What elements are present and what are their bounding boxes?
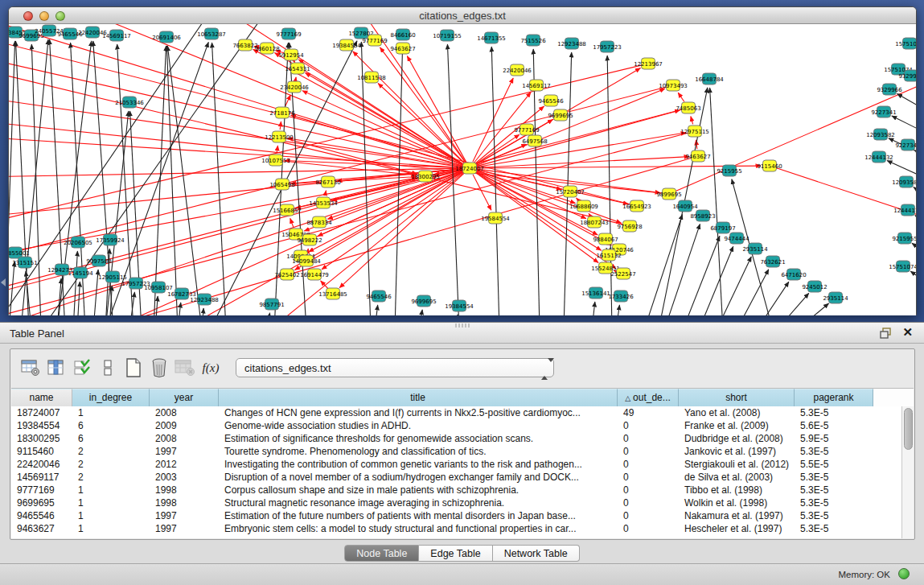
graph-node[interactable]: 6879197: [710, 222, 735, 233]
graph-node[interactable]: 6471620: [781, 269, 806, 280]
graph-node[interactable]: 7625402: [274, 269, 299, 280]
graph-node[interactable]: 8466160: [390, 29, 415, 40]
table-cell[interactable]: 2008: [150, 432, 219, 445]
column-header-pagerank[interactable]: pagerank: [795, 389, 873, 406]
graph-node[interactable]: 12093582: [892, 176, 916, 187]
graph-edge[interactable]: [290, 218, 294, 227]
graph-node[interactable]: 9215955: [892, 233, 916, 244]
graph-node[interactable]: 2718176: [269, 107, 295, 118]
table-cell[interactable]: 9777169: [11, 484, 72, 496]
graph-edge[interactable]: [21, 39, 48, 315]
graph-edge[interactable]: [475, 134, 519, 164]
table-row[interactable]: 946362711997Embryonic stem cells: a mode…: [11, 522, 901, 535]
graph-edge[interactable]: [897, 93, 916, 124]
graph-node[interactable]: 12444132: [864, 151, 893, 163]
graph-node[interactable]: 16648784: [695, 73, 724, 84]
graph-edge[interactable]: [616, 305, 619, 315]
float-window-icon[interactable]: [880, 328, 892, 339]
table-panel-titlebar[interactable]: Table Panel ✕: [0, 323, 924, 344]
graph-edge[interactable]: [378, 83, 464, 163]
table-cell[interactable]: 2003: [150, 471, 219, 484]
graph-node[interactable]: 8878334: [306, 216, 332, 228]
graph-edge[interactable]: [178, 303, 181, 315]
table-cell[interactable]: 2: [72, 458, 150, 471]
graph-edge[interactable]: [910, 271, 916, 298]
table-cell[interactable]: 0: [618, 445, 679, 458]
graph-edge[interactable]: [154, 46, 166, 315]
graph-edge[interactable]: [644, 214, 683, 315]
table-cell[interactable]: 1997: [150, 522, 219, 535]
table-selector-dropdown[interactable]: citations_edges.txt: [236, 358, 554, 377]
graph-edge[interactable]: [202, 308, 203, 315]
new-document-button[interactable]: [121, 355, 146, 381]
table-row[interactable]: 1456911722003Disruption of a novel membe…: [11, 471, 901, 484]
graph-node[interactable]: 1640954: [672, 200, 698, 212]
graph-node[interactable]: 8267130: [315, 176, 340, 187]
graph-node[interactable]: 15720407: [556, 186, 585, 197]
graph-node[interactable]: 16914479: [300, 269, 329, 280]
table-cell[interactable]: 22420046: [11, 458, 72, 471]
graph-edge[interactable]: [375, 305, 378, 315]
graph-node[interactable]: 9857791: [259, 299, 284, 310]
scrollbar-thumb[interactable]: [904, 408, 913, 450]
network-canvas[interactable]: 1938455496996952405572494655462242004614…: [9, 24, 916, 315]
table-cell[interactable]: Genome-wide association studies in ADHD.: [219, 419, 618, 432]
graph-node[interactable]: 9699695: [411, 295, 436, 307]
table-cell[interactable]: 1: [72, 406, 150, 419]
table-cell[interactable]: 9465546: [11, 509, 72, 522]
table-cell[interactable]: Embryonic stem cells: a model to study s…: [219, 522, 618, 535]
graph-node[interactable]: 12093582: [866, 129, 895, 140]
graph-node[interactable]: 10653287: [197, 28, 226, 39]
graph-edge[interactable]: [797, 303, 829, 315]
table-cell[interactable]: 5.3E-5: [795, 406, 873, 419]
close-panel-icon[interactable]: ✕: [902, 326, 913, 339]
column-header-in-degree[interactable]: in_degree: [72, 389, 150, 406]
graph-node[interactable]: 15136141: [581, 287, 610, 299]
graph-edge[interactable]: [419, 310, 422, 315]
graph-edge[interactable]: [592, 302, 595, 315]
graph-node[interactable]: 7485063: [676, 102, 700, 113]
graph-node[interactable]: 9329966: [877, 84, 902, 95]
vertical-scrollbar[interactable]: [901, 406, 914, 538]
graph-node[interactable]: 22420046: [503, 64, 532, 76]
graph-node[interactable]: 9463627: [685, 150, 710, 162]
table-cell[interactable]: 9463627: [11, 522, 72, 535]
table-cell[interactable]: 5.3E-5: [795, 509, 873, 522]
table-cell[interactable]: 2: [72, 445, 150, 458]
graph-node[interactable]: 2935114: [823, 292, 848, 303]
graph-node[interactable]: 14569117: [522, 80, 551, 91]
table-cell[interactable]: Investigating the contribution of common…: [219, 458, 618, 471]
table-cell[interactable]: 0: [618, 484, 679, 496]
table-cell[interactable]: 1: [72, 509, 150, 522]
graph-node[interactable]: 19584554: [481, 212, 510, 224]
graph-node[interactable]: 9465546: [538, 95, 564, 106]
table-cell[interactable]: 2: [72, 471, 150, 484]
table-cell[interactable]: Franke et al. (2009): [679, 419, 795, 432]
table-row[interactable]: 1938455462009Genome-wide association stu…: [11, 419, 901, 432]
table-row[interactable]: 946554611997Estimation of the future num…: [11, 509, 901, 522]
table-cell[interactable]: 5.3E-5: [795, 445, 873, 458]
graph-node[interactable]: 12923488: [557, 38, 586, 49]
table-cell[interactable]: Tourette syndrome. Phenomenology and cla…: [219, 445, 618, 458]
graph-edge[interactable]: [9, 41, 15, 315]
graph-node[interactable]: 9245012: [802, 281, 827, 292]
table-cell[interactable]: Tibbo et al. (1998): [679, 484, 795, 496]
graph-node[interactable]: 9097588: [86, 255, 111, 266]
column-header-out-de-[interactable]: △out_de...: [618, 389, 679, 406]
graph-edge[interactable]: [306, 73, 464, 165]
table-cell[interactable]: Wolkin et al. (1998): [679, 496, 795, 509]
graph-node[interactable]: 2935114: [742, 243, 768, 254]
table-cell[interactable]: 0: [618, 458, 679, 471]
table-cell[interactable]: de Silva et al. (2003): [679, 471, 795, 484]
graph-edge[interactable]: [321, 281, 328, 289]
table-cell[interactable]: Yano et al. (2008): [679, 406, 795, 419]
table-cell[interactable]: 2012: [150, 458, 219, 471]
graph-node[interactable]: 9463627: [390, 43, 415, 54]
table-cell[interactable]: 1997: [150, 445, 219, 458]
table-cell[interactable]: 18724007: [11, 406, 72, 419]
graph-node[interactable]: 9777169: [276, 28, 301, 39]
graph-node[interactable]: 10688609: [569, 200, 598, 212]
table-cell[interactable]: 2008: [150, 406, 219, 419]
table-cell[interactable]: 0: [618, 432, 679, 445]
graph-edge[interactable]: [395, 43, 403, 315]
